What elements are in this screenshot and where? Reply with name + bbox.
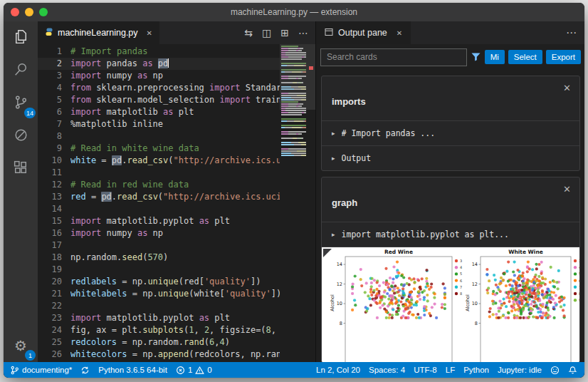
code-line[interactable]: 17 bbox=[38, 239, 280, 252]
minimap-line bbox=[281, 127, 306, 129]
code-line[interactable]: 4from sklearn.preprocessing import Stand… bbox=[38, 82, 280, 94]
code-line[interactable]: 9# Read in white wine data bbox=[38, 143, 280, 155]
line-number[interactable]: 5 bbox=[38, 94, 70, 106]
svg-text:8: 8 bbox=[579, 291, 579, 296]
code-line[interactable]: 19 bbox=[38, 264, 280, 276]
code-text: %matplotlib inline bbox=[70, 118, 280, 130]
status-indentation[interactable]: Spaces: 4 bbox=[369, 366, 405, 374]
code-text: fig, ax = plt.subplots(1, 2, figsize=(8,… bbox=[70, 324, 280, 336]
status-encoding[interactable]: UTF-8 bbox=[414, 366, 437, 374]
code-line[interactable]: 7%matplotlib inline bbox=[38, 118, 280, 130]
code-line[interactable]: 15import matplotlib.pyplot as plt bbox=[38, 215, 280, 227]
line-number[interactable]: 8 bbox=[38, 130, 70, 143]
status-language-mode[interactable]: Python bbox=[463, 366, 489, 374]
line-number[interactable]: 6 bbox=[38, 106, 70, 118]
line-number[interactable]: 9 bbox=[38, 143, 70, 155]
select-button[interactable]: Select bbox=[508, 50, 542, 64]
split-editor-icon[interactable]: ◫ bbox=[262, 27, 271, 38]
sidebar-item-search[interactable] bbox=[4, 54, 38, 87]
code-line[interactable]: 10white = pd.read_csv("http://archive.ic… bbox=[38, 155, 280, 167]
settings-button[interactable]: ⚙ 1 bbox=[4, 329, 38, 362]
line-number[interactable]: 15 bbox=[38, 215, 70, 227]
more-actions-icon[interactable]: ⋯ bbox=[298, 27, 308, 38]
code-line[interactable]: 2import pandas as pd bbox=[38, 58, 280, 70]
line-number[interactable]: 22 bbox=[38, 300, 70, 312]
line-number[interactable]: 2 bbox=[38, 58, 70, 70]
card-row[interactable]: ▸Output bbox=[322, 145, 579, 170]
code-line[interactable]: 22 bbox=[38, 300, 280, 312]
line-number[interactable]: 21 bbox=[38, 288, 70, 300]
line-number[interactable]: 11 bbox=[38, 167, 70, 179]
line-number[interactable]: 7 bbox=[38, 118, 70, 130]
line-number[interactable]: 20 bbox=[38, 276, 70, 288]
card-close-icon[interactable]: ✕ bbox=[563, 184, 571, 195]
code-line[interactable]: 16import numpy as np bbox=[38, 227, 280, 239]
code-line[interactable]: 24fig, ax = plt.subplots(1, 2, figsize=(… bbox=[38, 324, 280, 336]
titlebar[interactable]: machineLearning.py — extension bbox=[4, 3, 584, 21]
code-line[interactable]: 12# Read in red wine data bbox=[38, 179, 280, 191]
tab-output-pane[interactable]: Output pane ✕ bbox=[316, 21, 411, 44]
notifications-bell-icon[interactable] bbox=[568, 366, 577, 375]
code-line[interactable]: 1# Import pandas bbox=[38, 46, 280, 58]
sidebar-item-debug[interactable] bbox=[4, 120, 38, 153]
code-line[interactable]: 13red = pd.read_csv("http://archive.ics.… bbox=[38, 191, 280, 203]
code-editor[interactable]: 1# Import pandas2import pandas as pd3imp… bbox=[38, 44, 280, 362]
line-number[interactable]: 23 bbox=[38, 312, 70, 324]
code-line[interactable]: 25redcolors = np.random.rand(6,4) bbox=[38, 336, 280, 349]
plot-resize-handle[interactable] bbox=[323, 249, 332, 257]
status-branch[interactable]: documenting* bbox=[10, 366, 72, 375]
line-number[interactable]: 3 bbox=[38, 70, 70, 82]
line-number[interactable]: 14 bbox=[38, 203, 70, 215]
code-line[interactable]: 14 bbox=[38, 203, 280, 215]
code-line[interactable]: 5from sklearn.model_selection import tra… bbox=[38, 94, 280, 106]
panel-more-actions-icon[interactable]: ⋯ bbox=[566, 21, 584, 44]
card-row[interactable]: ▸# Import pandas ... bbox=[322, 120, 579, 145]
scrollbar-slider[interactable] bbox=[280, 44, 315, 110]
export-button[interactable]: Export bbox=[546, 50, 581, 64]
line-number[interactable]: 1 bbox=[38, 46, 70, 58]
open-changes-icon[interactable]: ⇆ bbox=[244, 27, 253, 38]
line-number[interactable]: 16 bbox=[38, 227, 70, 239]
status-line-col[interactable]: Ln 2, Col 20 bbox=[316, 366, 360, 374]
card-row[interactable]: ▸import matplotlib.pyplot as plt... bbox=[322, 222, 579, 247]
card-close-icon[interactable]: ✕ bbox=[563, 83, 571, 93]
sidebar-item-extensions[interactable] bbox=[4, 153, 38, 185]
code-line[interactable]: 18np.random.seed(570) bbox=[38, 252, 280, 264]
mi-button[interactable]: Mi bbox=[485, 50, 505, 64]
line-number[interactable]: 10 bbox=[38, 155, 70, 167]
line-number[interactable]: 4 bbox=[38, 82, 70, 94]
filter-icon[interactable] bbox=[471, 52, 481, 62]
feedback-smiley-icon[interactable] bbox=[550, 366, 560, 375]
sync-icon[interactable] bbox=[80, 366, 90, 375]
tab-machinelearning-py[interactable]: machineLearning.py ✕ bbox=[38, 21, 159, 44]
sidebar-item-source-control[interactable]: 14 bbox=[4, 87, 38, 120]
tab-close-icon[interactable]: ✕ bbox=[147, 29, 152, 37]
search-input[interactable] bbox=[320, 48, 467, 66]
code-line[interactable]: 26whitecolors = np.append(redcolors, np.… bbox=[38, 349, 280, 361]
code-line[interactable]: 23import matplotlib.pyplot as plt bbox=[38, 312, 280, 324]
line-number[interactable]: 24 bbox=[38, 324, 70, 336]
status-eol[interactable]: LF bbox=[446, 366, 455, 374]
line-number[interactable]: 18 bbox=[38, 252, 70, 264]
code-line[interactable]: 21whitelabels = np.unique(white['quality… bbox=[38, 288, 280, 300]
code-line[interactable]: 20redlabels = np.unique(red['quality']) bbox=[38, 276, 280, 288]
line-number[interactable]: 12 bbox=[38, 179, 70, 191]
line-number[interactable]: 26 bbox=[38, 349, 70, 361]
toggle-layout-icon[interactable]: ⊞ bbox=[280, 27, 289, 38]
search-icon bbox=[12, 61, 30, 81]
status-jupyter[interactable]: Jupyter: idle bbox=[498, 366, 542, 374]
code-line[interactable]: 8 bbox=[38, 130, 280, 143]
panel-tab-close-icon[interactable]: ✕ bbox=[397, 29, 402, 37]
status-problems[interactable]: 1 0 bbox=[176, 366, 212, 375]
line-number[interactable]: 25 bbox=[38, 336, 70, 349]
line-number[interactable]: 17 bbox=[38, 239, 70, 252]
code-line[interactable]: 6import matplotlib as plt bbox=[38, 106, 280, 118]
code-line[interactable]: 3import numpy as np bbox=[38, 70, 280, 82]
status-python-interpreter[interactable]: Python 3.6.5 64-bit bbox=[98, 366, 167, 374]
panel-tab-label: Output pane bbox=[338, 28, 387, 38]
code-line[interactable]: 11 bbox=[38, 167, 280, 179]
sidebar-item-explorer[interactable] bbox=[4, 21, 38, 54]
svg-text:5: 5 bbox=[579, 272, 579, 276]
line-number[interactable]: 13 bbox=[38, 191, 70, 203]
line-number[interactable]: 19 bbox=[38, 264, 70, 276]
